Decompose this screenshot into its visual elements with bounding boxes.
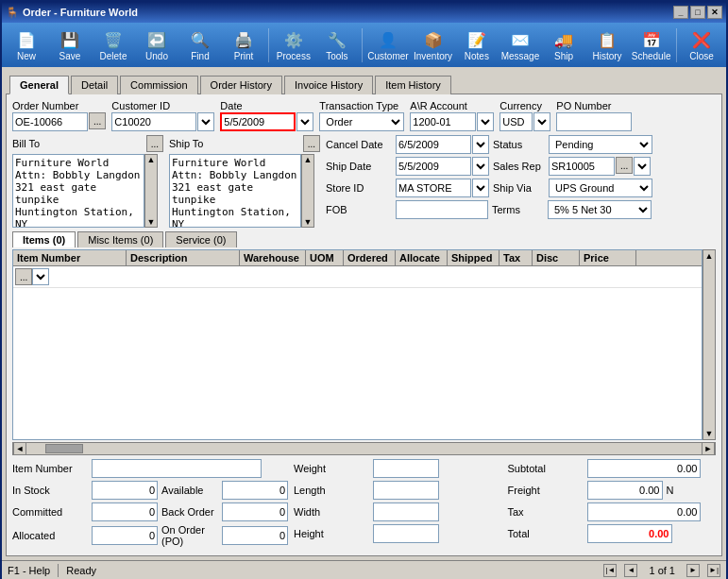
subtotal-input[interactable] — [587, 459, 701, 478]
customer-id-label: Customer ID — [111, 100, 214, 111]
tab-misc-items[interactable]: Misc Items (0) — [77, 231, 163, 247]
po-number-group: PO Number — [556, 100, 632, 131]
tab-items[interactable]: Items (0) — [12, 231, 76, 247]
freight-input[interactable] — [587, 481, 663, 500]
notes-button[interactable]: 📝 Notes — [456, 26, 498, 64]
back-order-input[interactable] — [222, 502, 288, 521]
sales-rep-input[interactable] — [549, 157, 615, 176]
terms-select[interactable]: 5% 5 Net 30 — [548, 200, 652, 219]
vscroll-up[interactable]: ▲ — [703, 250, 715, 262]
save-button[interactable]: 💾 Save — [49, 26, 91, 64]
nav-next[interactable]: ► — [686, 564, 700, 577]
bill-to-scroll-up[interactable]: ▲ — [147, 155, 156, 164]
order-number-dots-button[interactable]: ... — [89, 112, 106, 129]
schedule-button[interactable]: 📅 Schedule — [630, 26, 672, 64]
toolbar-sep-2 — [362, 28, 363, 62]
transaction-type-select[interactable]: Order — [319, 112, 404, 131]
committed-input[interactable] — [92, 502, 158, 521]
ship-date-input[interactable] — [396, 157, 471, 176]
width-input[interactable] — [373, 502, 439, 521]
bill-to-textarea[interactable]: Furniture World Attn: Bobbly Langdon 321… — [12, 154, 144, 228]
store-id-input[interactable] — [396, 179, 471, 197]
item-number-entry-btn[interactable]: ... — [15, 268, 32, 285]
cancel-date-select[interactable]: ▼ — [472, 135, 489, 154]
tab-commission[interactable]: Commission — [120, 76, 198, 94]
available-input[interactable] — [222, 481, 288, 500]
find-button[interactable]: 🔍 Find — [179, 26, 221, 64]
close-button[interactable]: ✕ — [707, 6, 722, 19]
inventory-button[interactable]: 📦 Inventory — [412, 26, 454, 64]
delete-button[interactable]: 🗑️ Delete — [93, 26, 134, 64]
vscroll-down[interactable]: ▼ — [703, 428, 715, 439]
table-vscroll[interactable]: ▲ ▼ — [703, 249, 716, 440]
nav-prev[interactable]: ◄ — [624, 564, 637, 577]
tab-order-history[interactable]: Order History — [200, 76, 282, 94]
ship-via-select[interactable]: UPS Ground — [549, 179, 652, 197]
po-number-input[interactable] — [556, 112, 632, 131]
ship-to-scroll-down[interactable]: ▼ — [304, 217, 313, 227]
date-select[interactable]: ▼ — [296, 112, 313, 131]
fob-row: FOB Terms 5% 5 Net 30 — [326, 200, 716, 219]
allocated-input[interactable] — [92, 526, 158, 545]
total-input[interactable] — [587, 524, 672, 543]
currency-input[interactable] — [499, 112, 533, 131]
customer-id-group: Customer ID ▼ — [111, 100, 214, 131]
bill-to-scroll-down[interactable]: ▼ — [147, 217, 156, 227]
hscroll-left[interactable]: ◄ — [13, 442, 26, 455]
length-input[interactable] — [373, 481, 439, 500]
ship-date-select[interactable]: ▼ — [472, 157, 489, 176]
hscroll[interactable]: ◄ ► — [12, 442, 716, 455]
sales-rep-dots-button[interactable]: ... — [616, 157, 633, 174]
maximize-button[interactable]: □ — [690, 6, 705, 19]
cancel-date-input[interactable] — [396, 135, 471, 154]
col-item-number: Item Number — [13, 250, 127, 265]
history-button[interactable]: 📋 History — [586, 26, 628, 64]
customer-id-select[interactable]: ▼ — [197, 112, 214, 131]
ar-account-input[interactable] — [410, 112, 476, 131]
ar-account-select[interactable]: ▼ — [477, 112, 494, 131]
weight-input[interactable] — [373, 459, 439, 478]
message-button[interactable]: ✉️ Message — [499, 26, 541, 64]
ship-to-dots-button[interactable]: ... — [303, 135, 320, 152]
print-button[interactable]: 🖨️ Print — [223, 26, 264, 64]
bill-to-dots-button[interactable]: ... — [146, 135, 163, 152]
tab-general[interactable]: General — [9, 76, 69, 94]
currency-select[interactable]: ▼ — [533, 112, 550, 131]
hscroll-thumb[interactable] — [45, 444, 83, 453]
sub-tabs: Items (0) Misc Items (0) Service (0) — [12, 231, 716, 247]
tax-total-input[interactable] — [587, 502, 701, 521]
status-select[interactable]: Pending — [549, 135, 652, 154]
nav-last[interactable]: ►| — [707, 564, 720, 577]
sales-rep-select[interactable]: ▼ — [634, 157, 651, 176]
tab-service[interactable]: Service (0) — [165, 231, 236, 247]
height-input[interactable] — [373, 524, 439, 543]
close-window-button[interactable]: ❌ Close — [681, 26, 722, 64]
ship-to-scroll-up[interactable]: ▲ — [304, 155, 313, 164]
item-number-bottom-input[interactable] — [92, 459, 262, 478]
schedule-label: Schedule — [632, 51, 671, 61]
tools-button[interactable]: 🔧 Tools — [316, 26, 358, 64]
nav-first[interactable]: |◄ — [603, 564, 617, 577]
customer-button[interactable]: 👤 Customer — [366, 26, 411, 64]
fob-input[interactable] — [396, 200, 488, 219]
new-button[interactable]: 📄 New — [6, 26, 47, 64]
store-id-select[interactable]: ▼ — [472, 179, 489, 197]
tab-invoice-history[interactable]: Invoice History — [284, 76, 373, 94]
process-button[interactable]: ⚙️ Process — [273, 26, 314, 64]
customer-id-input[interactable] — [111, 112, 196, 131]
hscroll-right[interactable]: ► — [702, 442, 715, 455]
minimize-button[interactable]: _ — [673, 6, 688, 19]
order-number-input[interactable] — [12, 112, 88, 131]
date-input[interactable] — [220, 112, 296, 131]
notes-icon: 📝 — [466, 28, 488, 51]
ship-button[interactable]: 🚚 Ship — [543, 26, 584, 64]
undo-button[interactable]: ↩️ Undo — [136, 26, 178, 64]
in-stock-input[interactable] — [92, 481, 158, 500]
bill-to-vscroll[interactable]: ▲ ▼ — [144, 154, 158, 228]
tab-detail[interactable]: Detail — [71, 76, 118, 94]
item-number-entry-select[interactable]: ▼ — [32, 268, 49, 285]
ship-to-textarea[interactable]: Furniture World Attn: Bobbly Langdon 321… — [169, 154, 301, 228]
tab-item-history[interactable]: Item History — [375, 76, 451, 94]
on-order-input[interactable] — [222, 526, 288, 545]
ship-to-vscroll[interactable]: ▲ ▼ — [301, 154, 314, 228]
